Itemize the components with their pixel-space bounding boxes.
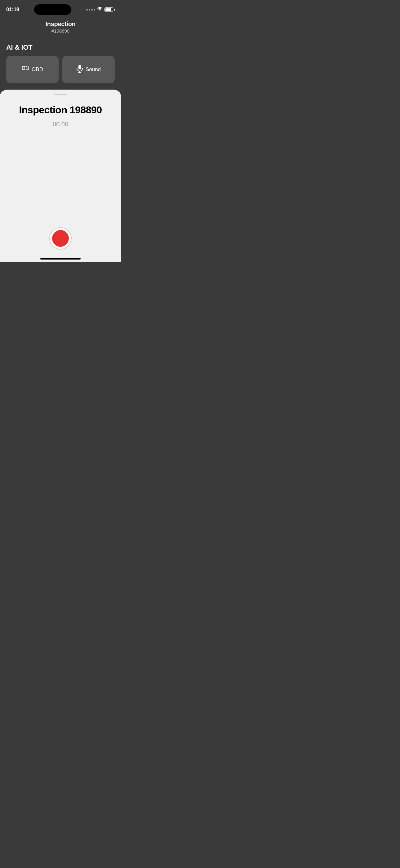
svg-rect-5 (28, 66, 29, 67)
obd-card[interactable]: OBD (6, 56, 59, 83)
sound-label: Sound (86, 66, 101, 73)
signal-icon (86, 9, 95, 10)
svg-rect-6 (78, 65, 81, 69)
status-time: 01:19 (6, 6, 19, 13)
ai-iot-cards: OBD Sound (6, 56, 115, 83)
battery-icon (104, 7, 115, 12)
svg-rect-2 (22, 66, 24, 67)
wifi-icon (97, 7, 103, 12)
record-button[interactable] (49, 227, 72, 250)
home-indicator (40, 258, 80, 259)
bottom-sheet: Inspection 198890 00.00 (0, 90, 121, 262)
sheet-content-area (6, 140, 115, 221)
record-button-inner (52, 230, 69, 247)
svg-rect-4 (26, 66, 27, 67)
sheet-handle (54, 94, 67, 95)
microphone-icon (76, 65, 83, 74)
record-btn-container (6, 227, 115, 250)
status-bar: 01:19 (0, 0, 121, 18)
status-icons (86, 7, 115, 12)
page-title: Inspection (6, 21, 115, 28)
dynamic-island (34, 4, 71, 15)
svg-rect-3 (24, 66, 26, 67)
page-header: Inspection #198890 (0, 18, 121, 38)
page-subtitle: #198890 (6, 28, 115, 34)
obd-icon (22, 65, 29, 74)
sound-card[interactable]: Sound (62, 56, 115, 83)
sheet-timer: 00.00 (6, 121, 115, 128)
svg-rect-1 (26, 67, 29, 69)
obd-label: OBD (32, 66, 43, 73)
divider (6, 89, 115, 90)
sheet-title: Inspection 198890 (6, 104, 115, 116)
svg-rect-0 (22, 67, 25, 69)
ai-iot-title: AI & IOT (6, 43, 115, 52)
